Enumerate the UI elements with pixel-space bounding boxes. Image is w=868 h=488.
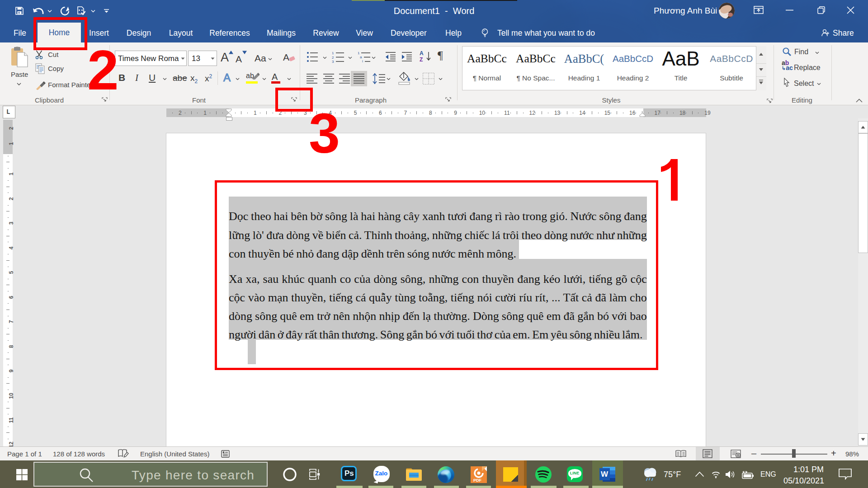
svg-text:1: 1 (332, 51, 334, 55)
svg-text:3: 3 (332, 60, 334, 63)
svg-text:Z: Z (420, 56, 423, 63)
svg-text:i: i (362, 59, 363, 63)
svg-text:2: 2 (332, 56, 334, 60)
svg-text:a: a (360, 55, 362, 59)
svg-text:1: 1 (358, 51, 360, 55)
svg-text:A: A (420, 50, 424, 56)
